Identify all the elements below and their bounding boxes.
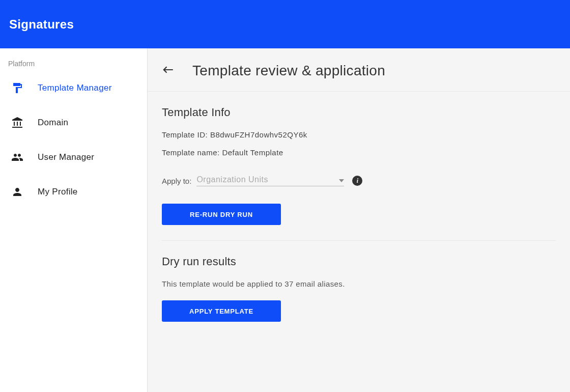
template-info-heading: Template Info: [162, 106, 556, 119]
rerun-dry-run-button[interactable]: RE-RUN DRY RUN: [162, 204, 281, 225]
info-icon: i: [357, 177, 358, 185]
sidebar-item-user-manager[interactable]: User Manager: [0, 140, 147, 175]
dry-run-summary: This template would be applied to 37 ema…: [162, 279, 556, 288]
chevron-down-icon: [339, 175, 344, 184]
sidebar-item-label: User Manager: [38, 152, 94, 162]
apply-to-label: Apply to:: [162, 177, 191, 185]
dry-run-section: Dry run results This template would be a…: [148, 255, 570, 322]
divider-section: [148, 240, 570, 241]
app-container: Platform Template Manager Domain User Ma…: [0, 48, 570, 392]
apply-to-select[interactable]: Organization Units: [196, 175, 344, 186]
template-name-value: Default Template: [222, 148, 283, 157]
app-title: Signatures: [9, 17, 74, 32]
template-id-value: B8dwuFZH7dowhv52QY6k: [210, 130, 307, 139]
sidebar-item-template-manager[interactable]: Template Manager: [0, 71, 147, 105]
dry-run-heading: Dry run results: [162, 255, 556, 268]
person-icon: [11, 186, 23, 198]
back-button[interactable]: [161, 64, 175, 78]
app-header: Signatures: [0, 0, 570, 48]
apply-to-placeholder: Organization Units: [196, 175, 268, 184]
sidebar-section-label: Platform: [0, 60, 147, 71]
page-title: Template review & application: [192, 63, 385, 79]
users-icon: [11, 151, 23, 163]
template-info-section: Template Info Template ID: B8dwuFZH7dowh…: [148, 106, 570, 225]
domain-icon: [11, 117, 23, 129]
back-arrow-icon: [161, 63, 175, 78]
sidebar-item-label: Domain: [38, 118, 68, 128]
apply-to-row: Apply to: Organization Units i: [162, 175, 556, 186]
template-name-label: Template name:: [162, 148, 220, 157]
sidebar: Platform Template Manager Domain User Ma…: [0, 48, 148, 392]
format-paint-icon: [11, 82, 23, 94]
apply-template-button[interactable]: APPLY TEMPLATE: [162, 300, 281, 322]
info-tooltip-button[interactable]: i: [352, 176, 362, 186]
page-title-row: Template review & application: [148, 63, 570, 92]
template-name-line: Template name: Default Template: [162, 148, 556, 157]
template-id-label: Template ID:: [162, 130, 208, 139]
template-id-line: Template ID: B8dwuFZH7dowhv52QY6k: [162, 130, 556, 139]
sidebar-item-label: Template Manager: [38, 83, 112, 93]
section-divider: [162, 240, 556, 241]
sidebar-item-my-profile[interactable]: My Profile: [0, 175, 147, 209]
main-content: Template review & application Template I…: [148, 48, 570, 392]
sidebar-item-domain[interactable]: Domain: [0, 105, 147, 140]
sidebar-item-label: My Profile: [38, 187, 78, 197]
